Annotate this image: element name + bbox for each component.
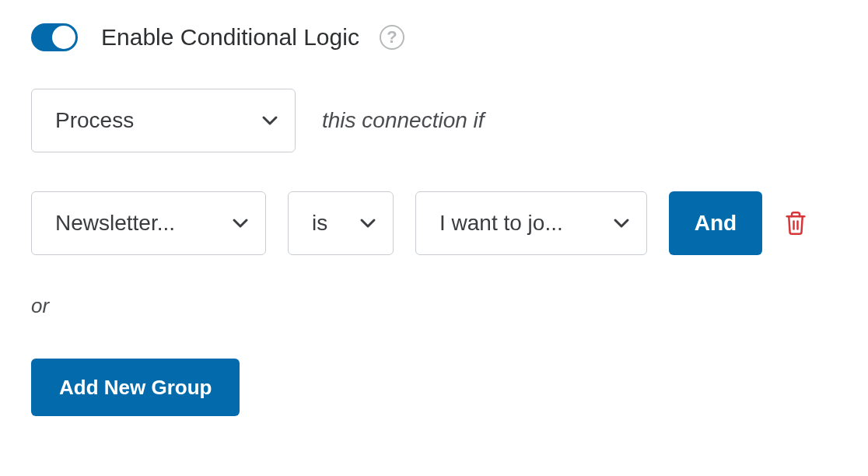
process-hint: this connection if — [322, 108, 485, 133]
enable-label: Enable Conditional Logic — [101, 24, 359, 51]
add-new-group-button[interactable]: Add New Group — [31, 359, 240, 416]
and-button[interactable]: And — [669, 191, 762, 255]
rule-field-select[interactable]: Newsletter... — [31, 191, 266, 255]
rule-field-label: Newsletter... — [55, 211, 175, 236]
process-select-label: Process — [55, 108, 134, 133]
rule-value-label: I want to jo... — [439, 211, 563, 236]
chevron-down-icon — [231, 214, 250, 233]
enable-toggle[interactable] — [31, 23, 78, 51]
chevron-down-icon — [261, 111, 279, 130]
process-select[interactable]: Process — [31, 89, 296, 152]
help-icon[interactable]: ? — [380, 25, 404, 50]
delete-rule-button[interactable] — [784, 210, 807, 236]
rule-operator-select[interactable]: is — [288, 191, 394, 255]
add-new-group-label: Add New Group — [59, 376, 212, 400]
chevron-down-icon — [612, 214, 631, 233]
rule-value-select[interactable]: I want to jo... — [415, 191, 647, 255]
or-label: or — [31, 294, 837, 318]
trash-icon — [784, 210, 807, 236]
toggle-knob — [52, 26, 75, 49]
rule-operator-label: is — [312, 211, 327, 236]
and-button-label: And — [695, 211, 737, 236]
help-glyph: ? — [387, 27, 397, 47]
chevron-down-icon — [359, 214, 377, 233]
